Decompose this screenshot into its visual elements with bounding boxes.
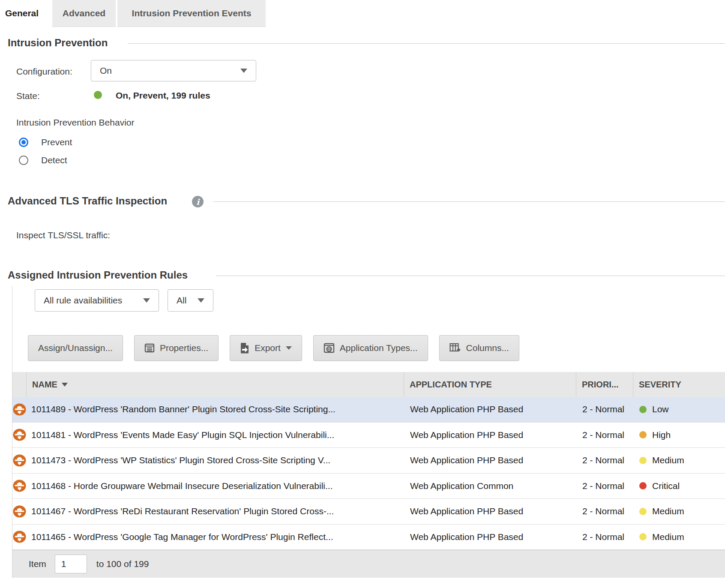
table-row[interactable]: 1011481 - WordPress 'Events Made Easy' P… xyxy=(12,423,725,448)
table-row[interactable]: 1011465 - WordPress 'Google Tag Manager … xyxy=(12,525,725,550)
rule-priority: 2 - Normal xyxy=(576,499,633,524)
configuration-label: Configuration: xyxy=(16,66,72,77)
configuration-dropdown[interactable]: On xyxy=(91,60,256,81)
rule-name: 1011465 - WordPress 'Google Tag Manager … xyxy=(27,525,404,550)
export-icon xyxy=(240,342,249,354)
item-number-input[interactable] xyxy=(55,555,87,573)
rule-application-type: Web Application PHP Based xyxy=(404,423,576,448)
assigned-rules-panel: All rule availabilities All Assign/Unass… xyxy=(12,286,725,578)
rule-severity: Medium xyxy=(652,455,684,465)
header-priority[interactable]: PRIORI... xyxy=(576,372,633,397)
severity-dot xyxy=(639,406,647,413)
rule-application-type: Web Application PHP Based xyxy=(404,448,576,473)
behavior-label: Intrusion Prevention Behavior xyxy=(16,117,135,128)
rule-name: 1011467 - WordPress 'ReDi Restaurant Res… xyxy=(27,499,404,524)
assign-unassign-button[interactable]: Assign/Unassign... xyxy=(28,335,123,361)
tab-advanced[interactable]: Advanced xyxy=(52,0,116,27)
intrusion-rule-icon xyxy=(13,505,26,518)
state-value: On, Prevent, 199 rules xyxy=(116,90,210,101)
state-status-dot xyxy=(94,91,102,99)
table-row[interactable]: 1011468 - Horde Groupware Webmail Insecu… xyxy=(12,474,725,499)
rule-priority: 2 - Normal xyxy=(576,397,633,422)
radio-prevent-circle[interactable] xyxy=(19,138,28,147)
rule-name: 1011489 - WordPress 'Random Banner' Plug… xyxy=(27,397,404,422)
rule-mode-filter-value: All xyxy=(168,295,198,306)
item-label: Item xyxy=(29,559,46,569)
header-application-type[interactable]: APPLICATION TYPE xyxy=(404,372,576,397)
properties-button[interactable]: Properties... xyxy=(134,335,219,361)
table-row[interactable]: 1011473 - WordPress 'WP Statistics' Plug… xyxy=(12,448,725,474)
rule-priority: 2 - Normal xyxy=(576,448,633,473)
section-heading-tls: Advanced TLS Traffic Inspection xyxy=(8,195,167,207)
rule-severity: Medium xyxy=(652,506,684,516)
intrusion-rule-icon xyxy=(13,531,26,543)
properties-icon xyxy=(144,343,155,353)
columns-label: Columns... xyxy=(466,343,509,353)
chevron-down-icon xyxy=(143,298,150,303)
columns-icon xyxy=(449,342,461,354)
rule-priority: 2 - Normal xyxy=(576,474,633,499)
rule-severity: Medium xyxy=(652,532,684,542)
rule-priority: 2 - Normal xyxy=(576,423,633,448)
tab-intrusion-prevention-events[interactable]: Intrusion Prevention Events xyxy=(117,0,266,27)
severity-dot xyxy=(639,431,647,438)
state-label: State: xyxy=(16,91,40,101)
header-severity[interactable]: SEVERITY xyxy=(633,372,725,397)
rule-name: 1011481 - WordPress 'Events Made Easy' P… xyxy=(27,423,404,448)
export-label: Export xyxy=(255,343,281,353)
rules-toolbar: Assign/Unassign... Properties... Export xyxy=(28,335,519,361)
rule-availability-filter[interactable]: All rule availabilities xyxy=(35,289,159,312)
table-row[interactable]: 1011467 - WordPress 'ReDi Restaurant Res… xyxy=(12,499,725,525)
divider xyxy=(216,276,725,276)
chevron-down-icon xyxy=(198,298,204,303)
properties-label: Properties... xyxy=(160,343,208,353)
severity-dot xyxy=(639,508,647,515)
assign-unassign-label: Assign/Unassign... xyxy=(38,343,113,353)
rule-availability-filter-value: All rule availabilities xyxy=(35,295,143,306)
rule-application-type: Web Application PHP Based xyxy=(404,499,576,524)
severity-dot xyxy=(639,533,647,540)
info-icon[interactable]: i xyxy=(192,196,204,207)
intrusion-rule-icon xyxy=(13,454,26,467)
sort-descending-icon xyxy=(62,383,68,387)
chevron-down-icon xyxy=(240,69,247,73)
radio-detect-label: Detect xyxy=(41,155,67,165)
configuration-dropdown-value: On xyxy=(91,66,240,76)
header-icon-column xyxy=(12,372,27,397)
rule-application-type: Web Application Common xyxy=(404,474,576,499)
rule-mode-filter[interactable]: All xyxy=(168,289,213,312)
intrusion-prevention-page: General Advanced Intrusion Prevention Ev… xyxy=(0,0,725,588)
radio-detect-circle[interactable] xyxy=(19,156,28,165)
radio-prevent-label: Prevent xyxy=(41,137,72,147)
table-row[interactable]: 1011489 - WordPress 'Random Banner' Plug… xyxy=(12,397,725,423)
header-name-label: NAME xyxy=(32,380,57,390)
rule-severity: Low xyxy=(652,404,669,414)
section-heading-assigned-rules: Assigned Intrusion Prevention Rules xyxy=(8,269,188,281)
rule-severity: Critical xyxy=(652,481,680,491)
export-button[interactable]: Export xyxy=(230,335,302,361)
divider xyxy=(213,201,725,202)
application-types-icon xyxy=(324,342,335,354)
severity-dot xyxy=(639,457,647,464)
rule-application-type: Web Application PHP Based xyxy=(404,525,576,550)
tab-general[interactable]: General xyxy=(0,0,44,27)
intrusion-rule-icon xyxy=(13,429,26,441)
rule-name: 1011473 - WordPress 'WP Statistics' Plug… xyxy=(27,448,404,473)
item-range-text: to 100 of 199 xyxy=(96,559,149,569)
radio-prevent[interactable]: Prevent xyxy=(19,137,72,147)
chevron-down-icon xyxy=(286,346,292,350)
table-pager: Item to 100 of 199 xyxy=(12,550,725,578)
application-types-button[interactable]: Application Types... xyxy=(313,335,428,361)
rule-priority: 2 - Normal xyxy=(576,525,633,550)
rules-table-header: NAME APPLICATION TYPE PRIORI... SEVERITY xyxy=(12,372,725,397)
rule-application-type: Web Application PHP Based xyxy=(404,397,576,422)
columns-button[interactable]: Columns... xyxy=(439,335,519,361)
rules-table-body: 1011489 - WordPress 'Random Banner' Plug… xyxy=(12,397,725,550)
tab-bar: General Advanced Intrusion Prevention Ev… xyxy=(0,0,725,27)
rule-name: 1011468 - Horde Groupware Webmail Insecu… xyxy=(27,474,404,499)
application-types-label: Application Types... xyxy=(340,343,418,353)
intrusion-rule-icon xyxy=(13,480,26,492)
intrusion-rule-icon xyxy=(13,403,26,416)
header-name[interactable]: NAME xyxy=(27,372,404,397)
radio-detect[interactable]: Detect xyxy=(19,155,67,165)
